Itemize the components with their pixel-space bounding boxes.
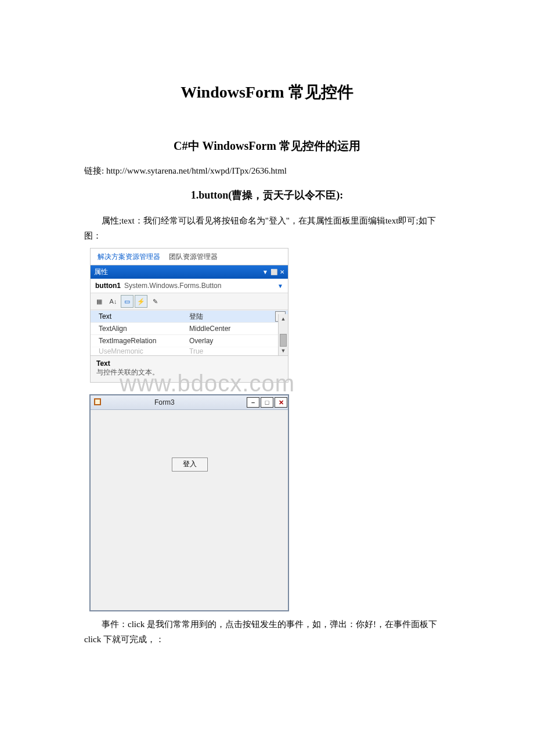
form-body: 登入 (91, 410, 288, 611)
scroll-thumb[interactable] (280, 334, 287, 347)
chevron-down-icon[interactable]: ▼ (277, 283, 283, 289)
form-titlebar[interactable]: Form3 – □ ✕ (91, 395, 288, 410)
alphabetical-icon[interactable]: A↓ (107, 295, 120, 308)
events-icon[interactable]: ⚡ (135, 295, 147, 308)
scrollbar[interactable]: ▲ ▼ (278, 314, 288, 355)
property-name: Text (91, 312, 186, 321)
property-value[interactable]: True (186, 347, 288, 355)
section-1-heading: 1.button(曹操，贡天子以令不臣): (84, 188, 450, 202)
source-link-text: 链接: http://www.sytarena.net/html/xwpd/IT… (84, 165, 450, 177)
selected-object-line[interactable]: button1 System.Windows.Forms.Button ▼ (91, 279, 288, 293)
close-icon[interactable]: ✕ (280, 269, 284, 275)
minimize-button[interactable]: – (247, 397, 259, 408)
tab-team-explorer[interactable]: 团队资源管理器 (165, 251, 221, 263)
form-icon (94, 398, 102, 406)
paragraph-2: 事件：click 是我们常常用到的，点击按钮发生的事件，如，弹出：你好!，在事件… (84, 617, 450, 647)
paragraph-1: 属性;text：我们经常可以看见将按钮命名为"登入"，在其属性面板里面编辑tex… (84, 214, 450, 243)
categorized-icon[interactable]: ▦ (93, 295, 106, 308)
panel-tabs: 解决方案资源管理器 团队资源管理器 (91, 249, 288, 265)
properties-panel: 解决方案资源管理器 团队资源管理器 属性 ▼ ⬜ ✕ button1 Syste… (90, 248, 288, 383)
properties-toolbar: ▦ A↓ ▭ ⚡ ✎ (91, 293, 288, 310)
properties-icon[interactable]: ▭ (121, 295, 134, 308)
property-value[interactable]: MiddleCenter (186, 325, 288, 333)
property-name: UseMnemonic (91, 347, 186, 355)
property-pages-icon[interactable]: ✎ (149, 295, 161, 308)
description-title: Text (96, 359, 282, 368)
object-type: System.Windows.Forms.Button (124, 282, 277, 290)
login-button[interactable]: 登入 (172, 458, 208, 471)
property-name: TextImageRelation (91, 337, 186, 345)
object-name: button1 (95, 282, 121, 290)
property-value[interactable]: 登陆 (186, 312, 275, 322)
pin-icon[interactable]: ⬜ (270, 269, 277, 275)
property-description: Text 与控件关联的文本。 (91, 355, 288, 382)
close-button[interactable]: ✕ (275, 397, 287, 408)
property-row-textalign[interactable]: TextAlign MiddleCenter (91, 322, 288, 334)
panel-header-title: 属性 (94, 267, 108, 277)
property-row-textimagerelation[interactable]: TextImageRelation Overlay (91, 334, 288, 347)
property-value[interactable]: Overlay (186, 337, 288, 345)
page-title: WindowsForm 常见控件 (84, 81, 450, 103)
property-row-text[interactable]: Text 登陆 ▾ (91, 310, 288, 322)
tab-solution-explorer[interactable]: 解决方案资源管理器 (94, 251, 164, 263)
description-body: 与控件关联的文本。 (96, 368, 282, 377)
property-name: TextAlign (91, 325, 186, 333)
dropdown-icon[interactable]: ▼ (262, 269, 268, 275)
scroll-up-icon[interactable]: ▲ (279, 314, 288, 323)
page-subtitle: C#中 WindowsForm 常见控件的运用 (84, 138, 450, 154)
panel-header: 属性 ▼ ⬜ ✕ (91, 265, 288, 279)
property-grid: Text 登陆 ▾ TextAlign MiddleCenter TextIma… (91, 310, 288, 355)
scroll-down-icon[interactable]: ▼ (279, 346, 288, 355)
property-row-usemnemonic[interactable]: UseMnemonic True (91, 347, 288, 355)
maximize-button[interactable]: □ (261, 397, 273, 408)
form-window: Form3 – □ ✕ 登入 (89, 394, 289, 611)
form-title: Form3 (154, 398, 175, 406)
